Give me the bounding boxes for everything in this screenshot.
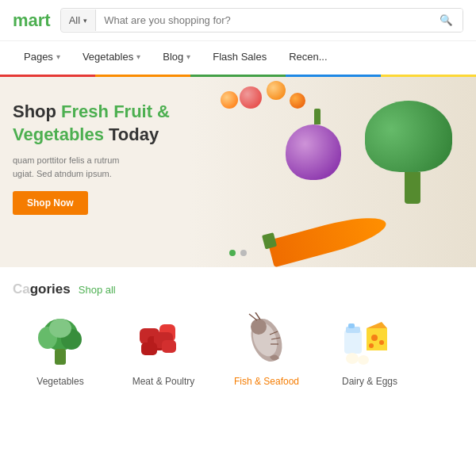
dropdown-label: All xyxy=(69,14,80,26)
categories-title-text: gories xyxy=(30,281,71,297)
search-input[interactable] xyxy=(96,9,430,32)
dairy-icon xyxy=(338,312,401,368)
fish-icon xyxy=(235,312,298,368)
nav-recent-label: Recen... xyxy=(289,51,327,63)
categories-title: Cagories xyxy=(13,281,71,297)
hero-banner: Shop Fresh Fruit &Vegetables Today quam … xyxy=(0,77,476,267)
nav-bar: Pages ▾ Vegetables ▾ Blog ▾ Flash Sales … xyxy=(0,41,476,75)
svg-marker-23 xyxy=(367,322,387,328)
header: mart All ▾ 🔍 xyxy=(0,0,476,41)
svg-point-13 xyxy=(251,319,267,335)
tomato-orange-icon xyxy=(221,91,238,109)
category-item-dairy[interactable]: Dairy & Eggs xyxy=(322,310,417,387)
category-item-fish[interactable]: Fish & Seafood xyxy=(219,310,314,387)
chevron-down-icon: ▾ xyxy=(56,52,60,61)
category-label-vegetables: Vegetables xyxy=(36,376,83,387)
chevron-down-icon: ▾ xyxy=(136,52,140,61)
svg-rect-10 xyxy=(162,340,176,353)
svg-point-3 xyxy=(49,319,71,338)
search-bar: All ▾ 🔍 xyxy=(60,8,463,33)
category-img-dairy xyxy=(334,310,405,369)
category-img-meat xyxy=(128,310,199,369)
onion-icon xyxy=(286,109,349,184)
navigation: Pages ▾ Vegetables ▾ Blog ▾ Flash Sales … xyxy=(0,41,476,77)
tomato-dark-orange-icon xyxy=(290,93,305,109)
tomato-yellow-icon xyxy=(267,81,286,100)
search-icon: 🔍 xyxy=(440,14,453,26)
nav-vegetables-label: Vegetables xyxy=(83,51,133,63)
nav-item-flash-sales[interactable]: Flash Sales xyxy=(202,41,278,72)
nav-blog-label: Blog xyxy=(163,51,183,63)
chevron-down-icon: ▾ xyxy=(186,52,190,61)
categories-grid: Vegetables Meat & Poultry xyxy=(13,310,463,387)
hero-dots xyxy=(229,250,247,256)
nav-pages-label: Pages xyxy=(24,51,53,63)
category-label-fish: Fish & Seafood xyxy=(234,376,299,387)
category-item-meat[interactable]: Meat & Poultry xyxy=(116,310,211,387)
hero-decoration xyxy=(175,77,476,267)
shop-all-link[interactable]: Shop all xyxy=(79,284,116,296)
hero-subtitle: quam porttitor felis a rutrum ugiat. Sed… xyxy=(13,154,195,180)
categories-section: Cagories Shop all Vegetables xyxy=(0,267,476,395)
vegetables-icon xyxy=(29,312,92,368)
shop-now-button[interactable]: Shop Now xyxy=(13,191,88,215)
svg-rect-9 xyxy=(141,343,157,355)
hero-subtitle-line1: quam porttitor felis a rutrum xyxy=(13,155,120,165)
title-partial: Ca xyxy=(13,281,30,297)
chevron-down-icon: ▾ xyxy=(83,17,87,25)
nav-flash-sales-label: Flash Sales xyxy=(213,51,267,63)
nav-item-pages[interactable]: Pages ▾ xyxy=(13,41,71,72)
carrot-icon xyxy=(267,208,399,267)
nav-item-vegetables[interactable]: Vegetables ▾ xyxy=(71,41,152,72)
category-label-meat: Meat & Poultry xyxy=(132,376,195,387)
svg-point-28 xyxy=(358,355,369,365)
svg-line-14 xyxy=(249,314,257,320)
hero-title-text1: Shop xyxy=(13,101,61,121)
category-img-vegetables xyxy=(25,310,96,369)
svg-rect-4 xyxy=(55,349,66,365)
hero-title: Shop Fresh Fruit &Vegetables Today xyxy=(13,101,195,146)
svg-point-27 xyxy=(346,353,359,364)
category-img-fish xyxy=(231,310,302,369)
logo-prefix: m xyxy=(13,10,29,30)
svg-rect-21 xyxy=(348,323,355,328)
svg-point-26 xyxy=(369,343,374,348)
hero-subtitle-line2: ugiat. Sed atndum ipsum. xyxy=(13,169,112,178)
broccoli-icon xyxy=(365,101,460,204)
logo-accent: art xyxy=(29,10,51,30)
meat-icon xyxy=(132,312,195,368)
hero-dot-active[interactable] xyxy=(229,250,236,256)
search-category-dropdown[interactable]: All ▾ xyxy=(61,10,96,31)
category-label-dairy: Dairy & Eggs xyxy=(342,376,397,387)
hero-dot-inactive[interactable] xyxy=(240,250,247,256)
svg-point-24 xyxy=(371,335,378,341)
search-button[interactable]: 🔍 xyxy=(430,9,463,32)
tomato-red-icon xyxy=(240,86,262,109)
logo: mart xyxy=(13,10,51,31)
svg-rect-19 xyxy=(344,330,362,354)
hero-content: Shop Fresh Fruit &Vegetables Today quam … xyxy=(13,101,195,215)
hero-title-text2: Today xyxy=(104,124,159,144)
svg-line-15 xyxy=(255,312,260,320)
nav-item-blog[interactable]: Blog ▾ xyxy=(152,41,202,72)
categories-header: Cagories Shop all xyxy=(13,281,463,297)
nav-item-recent[interactable]: Recen... xyxy=(278,41,338,72)
category-item-vegetables[interactable]: Vegetables xyxy=(13,310,108,387)
svg-point-25 xyxy=(379,340,384,345)
